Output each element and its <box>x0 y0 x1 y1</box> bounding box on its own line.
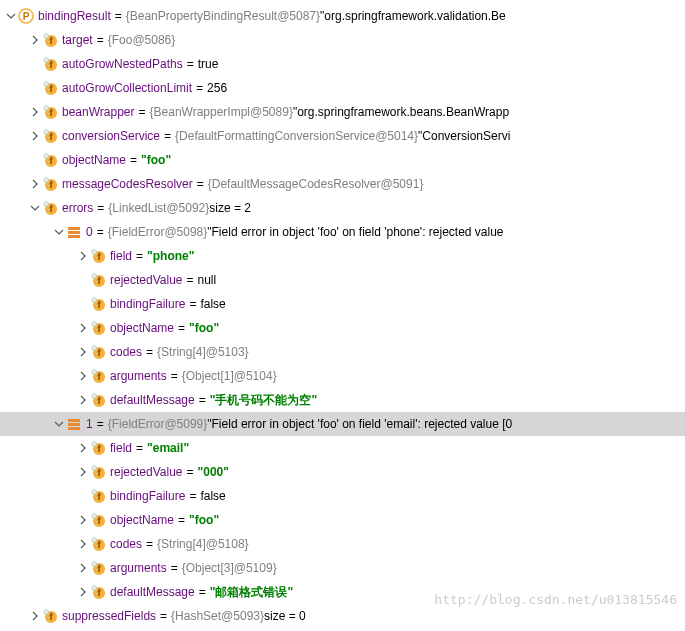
svg-point-55 <box>92 442 97 447</box>
equals-sign: = <box>130 153 137 167</box>
type-info: {BeanWrapperImpl@5089} <box>150 105 293 119</box>
expand-arrow-icon[interactable] <box>76 465 90 479</box>
expand-arrow-icon[interactable] <box>76 369 90 383</box>
indent-spacer <box>0 232 52 233</box>
element-icon <box>66 224 82 240</box>
expand-arrow-icon[interactable] <box>76 441 90 455</box>
equals-sign: = <box>146 537 153 551</box>
tree-row[interactable]: fbindingFailure= false <box>0 292 685 316</box>
indent-spacer <box>0 184 28 185</box>
svg-point-34 <box>92 274 97 279</box>
variable-name: conversionService <box>62 129 160 143</box>
tree-row[interactable]: fsuppressedFields={HashSet@5093} size = … <box>0 604 685 628</box>
variable-name: field <box>110 249 132 263</box>
svg-point-37 <box>92 298 97 303</box>
field-icon: f <box>90 344 106 360</box>
expand-arrow-icon[interactable] <box>28 33 42 47</box>
variable-name: bindingFailure <box>110 489 185 503</box>
indent-spacer <box>0 400 76 401</box>
expand-arrow-icon[interactable] <box>76 537 90 551</box>
arrow-spacer <box>28 153 42 167</box>
svg-point-7 <box>44 58 49 63</box>
tree-row[interactable]: fbindingFailure= false <box>0 484 685 508</box>
equals-sign: = <box>189 297 196 311</box>
equals-sign: = <box>97 33 104 47</box>
tree-row[interactable]: fobjectName= "foo" <box>0 316 685 340</box>
field-icon: f <box>90 248 106 264</box>
expand-arrow-icon[interactable] <box>28 177 42 191</box>
type-info: {DefaultFormattingConversionService@5014… <box>175 129 418 143</box>
string-value: "foo" <box>141 153 171 167</box>
tree-row[interactable]: 0={FieldError@5098} "Field error in obje… <box>0 220 685 244</box>
expand-arrow-icon[interactable] <box>76 321 90 335</box>
tree-row[interactable]: fdefaultMessage= "手机号码不能为空" <box>0 388 685 412</box>
expand-arrow-icon[interactable] <box>76 249 90 263</box>
tree-row[interactable]: frejectedValue= "000" <box>0 460 685 484</box>
property-icon: P <box>18 8 34 24</box>
tree-row[interactable]: fautoGrowNestedPaths= true <box>0 52 685 76</box>
variable-name: beanWrapper <box>62 105 135 119</box>
indent-spacer <box>0 616 28 617</box>
expand-arrow-icon[interactable] <box>28 129 42 143</box>
tree-row[interactable]: PbindingResult={BeanPropertyBindingResul… <box>0 4 685 28</box>
expand-arrow-icon[interactable] <box>76 585 90 599</box>
collapse-arrow-icon[interactable] <box>52 417 66 431</box>
expand-arrow-icon[interactable] <box>28 609 42 623</box>
svg-point-73 <box>92 586 97 591</box>
expand-arrow-icon[interactable] <box>76 561 90 575</box>
element-icon <box>66 416 82 432</box>
indent-spacer <box>0 304 76 305</box>
tree-row[interactable]: fcodes={String[4]@5108} <box>0 532 685 556</box>
field-icon: f <box>42 608 58 624</box>
indent-spacer <box>0 328 76 329</box>
value: size = 2 <box>209 201 251 215</box>
collapse-arrow-icon[interactable] <box>28 201 42 215</box>
tree-row[interactable]: fautoGrowCollectionLimit= 256 <box>0 76 685 100</box>
tree-row[interactable]: farguments={Object[1]@5104} <box>0 364 685 388</box>
tree-row[interactable]: ferrors={LinkedList@5092} size = 2 <box>0 196 685 220</box>
tree-row[interactable]: frejectedValue= null <box>0 268 685 292</box>
indent-spacer <box>0 136 28 137</box>
string-value: "000" <box>198 465 229 479</box>
type-info: {Foo@5086} <box>108 33 176 47</box>
string-value: "email" <box>147 441 189 455</box>
indent-spacer <box>0 112 28 113</box>
tree-row[interactable]: fbeanWrapper={BeanWrapperImpl@5089} "org… <box>0 100 685 124</box>
svg-point-46 <box>92 370 97 375</box>
value: "Field error in object 'foo' on field 'e… <box>207 417 512 431</box>
arrow-spacer <box>76 489 90 503</box>
expand-arrow-icon[interactable] <box>76 393 90 407</box>
equals-sign: = <box>178 321 185 335</box>
variable-name: target <box>62 33 93 47</box>
expand-arrow-icon[interactable] <box>76 513 90 527</box>
type-info: {FieldError@5099} <box>108 417 208 431</box>
equals-sign: = <box>189 489 196 503</box>
expand-arrow-icon[interactable] <box>28 105 42 119</box>
tree-row[interactable]: fconversionService={DefaultFormattingCon… <box>0 124 685 148</box>
arrow-spacer <box>76 297 90 311</box>
variable-name: errors <box>62 201 93 215</box>
expand-arrow-icon[interactable] <box>76 345 90 359</box>
type-info: {Object[3]@5109} <box>182 561 277 575</box>
tree-row[interactable]: fcodes={String[4]@5103} <box>0 340 685 364</box>
tree-row[interactable]: 1={FieldError@5099} "Field error in obje… <box>0 412 685 436</box>
indent-spacer <box>0 520 76 521</box>
type-info: {DefaultMessageCodesResolver@5091} <box>208 177 424 191</box>
tree-row[interactable]: ftarget={Foo@5086} <box>0 28 685 52</box>
value: 256 <box>207 81 227 95</box>
tree-row[interactable]: farguments={Object[3]@5109} <box>0 556 685 580</box>
tree-row[interactable]: ffield= "email" <box>0 436 685 460</box>
value: false <box>200 297 225 311</box>
collapse-arrow-icon[interactable] <box>52 225 66 239</box>
tree-row[interactable]: fdefaultMessage= "邮箱格式错误" <box>0 580 685 604</box>
tree-row[interactable]: fobjectName= "foo" <box>0 148 685 172</box>
indent-spacer <box>0 448 76 449</box>
tree-row[interactable]: fmessageCodesResolver={DefaultMessageCod… <box>0 172 685 196</box>
collapse-arrow-icon[interactable] <box>4 9 18 23</box>
equals-sign: = <box>171 561 178 575</box>
field-icon: f <box>42 80 58 96</box>
tree-row[interactable]: ffield= "phone" <box>0 244 685 268</box>
tree-row[interactable]: fobjectName= "foo" <box>0 508 685 532</box>
type-info: {BeanPropertyBindingResult@5087} <box>126 9 320 23</box>
equals-sign: = <box>178 513 185 527</box>
